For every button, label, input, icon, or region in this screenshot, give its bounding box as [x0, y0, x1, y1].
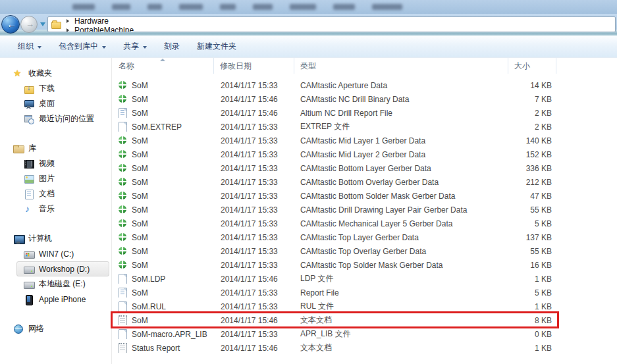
file-name: SoM	[132, 150, 148, 159]
column-header-type[interactable]: 类型	[294, 58, 508, 74]
file-name-cell: SoM-macro.APR_LIB	[113, 329, 214, 339]
toolbar-button-5[interactable]: 新建文件夹	[188, 38, 245, 55]
column-header-date-label: 修改日期	[220, 61, 252, 72]
music-icon	[24, 204, 34, 215]
camtastic-file-icon	[118, 136, 127, 145]
sidebar-item-label: 视频	[39, 158, 55, 169]
sidebar-group-label: 收藏夹	[28, 68, 52, 79]
file-date-cell: 2014/1/17 15:33	[214, 164, 294, 173]
camtastic-file-icon	[118, 149, 127, 159]
navigation-pane: 收藏夹 下载 桌面 最近访问的位置 库 视频 图片 文档 音乐 计算机 WIN7…	[0, 58, 112, 364]
file-type-cell: CAMtastic Drill Drawing Layer Pair Gerbe…	[294, 205, 508, 215]
sidebar-item-label: 文档	[39, 188, 55, 199]
sidebar-item-videos-0[interactable]: 视频	[0, 156, 111, 171]
sidebar-group-library[interactable]: 库	[0, 141, 111, 156]
table-row-20[interactable]: Status Report 2014/1/17 15:46 文本文档 1 KB	[113, 341, 617, 355]
phone-icon	[24, 294, 34, 305]
title-bar[interactable]	[0, 0, 617, 14]
file-size-cell: 0 KB	[508, 330, 556, 339]
table-row-9[interactable]: SoM 2014/1/17 15:33 CAMtastic Bottom Sol…	[113, 189, 617, 203]
toolbar-button-label: 组织	[18, 41, 34, 52]
file-type-cell: CAMtastic Mechanical Layer 5 Gerber Data	[294, 219, 508, 228]
sidebar-item-drive-2[interactable]: 本地磁盘 (E:)	[0, 276, 111, 292]
table-row-13[interactable]: SoM 2014/1/17 15:33 CAMtastic Top Overla…	[113, 244, 617, 258]
file-size-cell: 14 KB	[508, 81, 556, 90]
table-row-4[interactable]: SoM.EXTREP 2014/1/17 15:33 EXTREP 文件 2 K…	[113, 120, 617, 134]
file-rows: SoM 2014/1/17 15:33 CAMtastic Aperture D…	[113, 74, 617, 355]
table-row-5[interactable]: SoM 2014/1/17 15:33 CAMtastic Mid Layer …	[113, 134, 617, 147]
sidebar-item-phone-3[interactable]: Apple iPhone	[0, 292, 111, 307]
table-row-6[interactable]: SoM 2014/1/17 15:33 CAMtastic Mid Layer …	[113, 147, 617, 161]
table-row-3[interactable]: SoM 2014/1/17 15:46 Altium NC Drill Repo…	[113, 106, 617, 120]
address-bar[interactable]: 计算机 Workshop (D:) som Hardware PortableM…	[47, 16, 616, 32]
table-row-2[interactable]: SoM 2014/1/17 15:46 CAMtastic NC Drill B…	[113, 92, 617, 106]
file-type-cell: CAMtastic Top Solder Mask Gerber Data	[294, 261, 508, 270]
sidebar-group-network[interactable]: 网络	[0, 321, 111, 336]
column-header-date[interactable]: 修改日期	[214, 58, 294, 74]
table-row-17[interactable]: SoM.RUL 2014/1/17 15:33 RUL 文件 1 KB	[113, 299, 617, 313]
file-size-cell: 8 KB	[508, 316, 556, 325]
doc-lines-file-icon	[118, 108, 127, 118]
toolbar-button-1[interactable]: 组织	[9, 38, 50, 55]
table-row-15[interactable]: SoM.LDP 2014/1/17 15:46 LDP 文件 1 KB	[113, 272, 617, 286]
table-row-14[interactable]: SoM 2014/1/17 15:33 CAMtastic Top Solder…	[113, 258, 617, 272]
sidebar-group-label: 网络	[28, 323, 44, 334]
sidebar-item-label: 图片	[39, 173, 55, 184]
sidebar-item-label: 本地磁盘 (E:)	[39, 278, 86, 290]
column-header-name[interactable]: 名称	[113, 58, 214, 74]
file-name-cell: SoM	[113, 136, 214, 145]
table-row-19[interactable]: SoM-macro.APR_LIB 2014/1/17 15:33 APR_LI…	[113, 327, 617, 341]
back-button[interactable]: ←	[1, 15, 20, 34]
sidebar-item-label: 下载	[39, 83, 55, 94]
file-size-cell: 2 KB	[508, 109, 556, 118]
breadcrumb-segment-label: Hardware	[74, 16, 109, 26]
sidebar-item-pictures-1[interactable]: 图片	[0, 171, 111, 186]
file-name: SoM	[132, 136, 148, 145]
file-name: SoM	[132, 233, 148, 242]
table-row-16[interactable]: SoM 2014/1/17 15:33 Report File 5 KB	[113, 286, 617, 299]
sidebar-group-computer[interactable]: 计算机	[0, 231, 111, 246]
file-name-cell: SoM	[113, 191, 214, 201]
file-name: SoM	[132, 164, 148, 173]
sidebar-item-documents-2[interactable]: 文档	[0, 186, 111, 201]
sidebar-item-recent-2[interactable]: 最近访问的位置	[0, 111, 111, 126]
doc-blank-file-icon	[118, 274, 127, 284]
table-row-11[interactable]: SoM 2014/1/17 15:33 CAMtastic Mechanical…	[113, 217, 617, 230]
breadcrumb-segment-5[interactable]: PortableMachine	[61, 26, 159, 33]
sidebar-group-star[interactable]: 收藏夹	[0, 66, 111, 81]
sidebar-item-desktop-1[interactable]: 桌面	[0, 96, 111, 111]
file-date-cell: 2014/1/17 15:33	[214, 205, 294, 215]
table-row-8[interactable]: SoM 2014/1/17 15:33 CAMtastic Bottom Ove…	[113, 175, 617, 189]
file-date-cell: 2014/1/17 15:46	[214, 109, 294, 118]
breadcrumb-segment-4[interactable]: Hardware	[61, 16, 159, 26]
file-name-cell: SoM	[113, 108, 214, 118]
file-type-cell: CAMtastic Mid Layer 2 Gerber Data	[294, 150, 508, 159]
videos-icon	[24, 159, 34, 169]
recent-pages-dropdown-icon[interactable]	[40, 22, 45, 26]
sort-ascending-icon	[160, 59, 165, 61]
sidebar-group: 收藏夹 下载 桌面 最近访问的位置	[0, 66, 111, 126]
table-row-7[interactable]: SoM 2014/1/17 15:33 CAMtastic Bottom Lay…	[113, 161, 617, 175]
forward-button[interactable]: →	[20, 16, 38, 33]
table-row-12[interactable]: SoM 2014/1/17 15:33 CAMtastic Top Layer …	[113, 230, 617, 244]
table-row-1[interactable]: SoM 2014/1/17 15:33 CAMtastic Aperture D…	[113, 78, 617, 92]
sidebar-item-drive-1[interactable]: Workshop (D:)	[16, 261, 109, 276]
file-type-cell: LDP 文件	[294, 273, 508, 284]
file-date-cell: 2014/1/17 15:33	[214, 219, 294, 228]
file-type-cell: CAMtastic Bottom Layer Gerber Data	[294, 164, 508, 173]
camtastic-file-icon	[118, 246, 127, 256]
toolbar-button-3[interactable]: 共享	[115, 38, 155, 55]
sidebar-item-download-0[interactable]: 下载	[0, 81, 111, 96]
column-header-size[interactable]: 大小	[508, 58, 556, 74]
computer-icon	[13, 234, 24, 244]
toolbar-button-2[interactable]: 包含到库中	[50, 38, 115, 55]
file-size-cell: 140 KB	[508, 136, 556, 145]
sidebar-item-osdrive-0[interactable]: WIN7 (C:)	[0, 246, 111, 261]
chevron-down-icon	[38, 46, 41, 49]
table-row-10[interactable]: SoM 2014/1/17 15:33 CAMtastic Drill Draw…	[113, 203, 617, 217]
toolbar-button-4[interactable]: 刻录	[155, 38, 188, 55]
sidebar-group: 库 视频 图片 文档 音乐	[0, 141, 111, 217]
camtastic-file-icon	[118, 232, 127, 242]
table-row-18[interactable]: SoM 2014/1/17 15:46 文本文档 8 KB	[113, 313, 617, 327]
sidebar-item-music-3[interactable]: 音乐	[0, 201, 111, 217]
